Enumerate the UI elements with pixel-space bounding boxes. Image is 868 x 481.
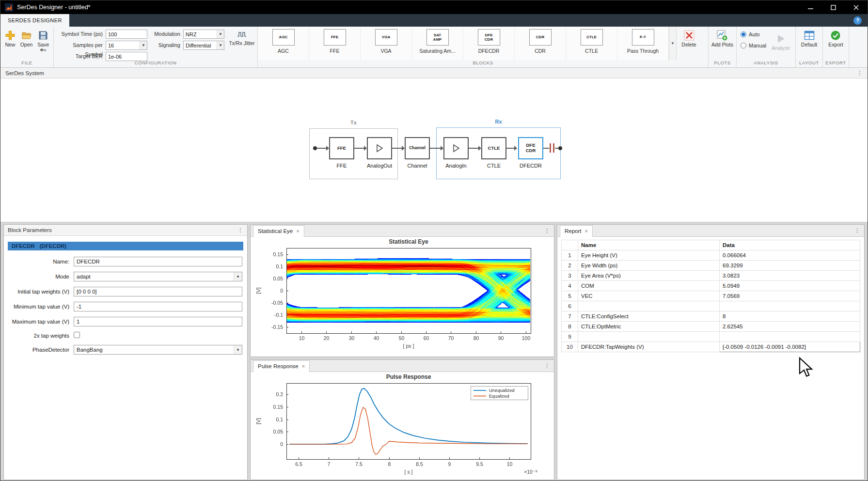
wire (430, 148, 441, 149)
report-data-cell[interactable]: 0.066064 (720, 250, 860, 261)
chevron-down-icon[interactable]: ▼ (140, 41, 147, 49)
gallery-item-dfecdr[interactable]: DFE CDR DFECDR (463, 27, 515, 60)
close-icon[interactable] (845, 0, 868, 14)
delete-button[interactable]: Delete (677, 27, 701, 48)
add-plots-icon (717, 30, 727, 41)
name-row: Name: (8, 257, 243, 266)
tab-pulse-response[interactable]: Pulse Response × (253, 360, 310, 372)
gallery-item-agc[interactable]: AGC AGC (258, 27, 309, 60)
gallery-item-cdr[interactable]: CDR CDR (515, 27, 566, 60)
tx-rx-jitter-button[interactable]: Tx/Rx Jitter (227, 30, 256, 47)
help-icon[interactable]: ? (853, 16, 862, 25)
blocks-section-label: BLOCKS (258, 60, 708, 67)
initial-tap-weights-input[interactable] (74, 287, 242, 296)
tab-serdes-designer[interactable]: SERDES DESIGNER (0, 14, 69, 27)
report-name-cell[interactable]: CTLE:OptMetric (578, 322, 720, 332)
new-plus-icon (5, 30, 16, 41)
diagram-block-dfecdr-selected[interactable]: DFE CDR (518, 137, 543, 159)
report-data-cell[interactable]: 3.0823 (720, 271, 860, 281)
gallery-item-ffe[interactable]: FFE FFE (309, 27, 361, 60)
diagram-block-ffe[interactable]: FFE (329, 137, 354, 159)
eye-probe-icon[interactable] (550, 143, 554, 153)
report-data-cell[interactable] (720, 332, 860, 342)
report-data-cell[interactable] (720, 301, 860, 311)
chevron-down-icon[interactable]: ▼ (217, 30, 224, 38)
report-data-cell[interactable]: 8 (720, 311, 860, 322)
diagram-block-channel[interactable]: Channel (405, 137, 430, 159)
symbol-time-input[interactable] (106, 30, 147, 39)
gallery-expand-icon[interactable]: ▼ (669, 27, 676, 60)
diagram-block-analogout[interactable] (367, 137, 392, 159)
manual-radio-label: Manual (749, 43, 766, 48)
panel-menu-icon[interactable]: ⋮ (857, 70, 863, 76)
name-input[interactable] (74, 257, 242, 266)
phase-detector-combo[interactable]: BangBang ▼ (74, 345, 242, 355)
export-section-label: EXPORT (823, 60, 849, 67)
report-data-cell[interactable]: 5.0949 (720, 281, 860, 291)
rx-group-label: Rx (436, 119, 561, 124)
gallery-item-vga[interactable]: VGA VGA (361, 27, 412, 60)
report-name-cell[interactable]: Eye Width (ps) (578, 261, 720, 271)
report-name-cell[interactable] (578, 301, 720, 311)
mode-combo[interactable]: adapt ▼ (74, 272, 242, 281)
auto-radio[interactable] (741, 31, 746, 37)
panel-menu-icon[interactable]: ⋮ (544, 227, 554, 234)
phase-detector-row: PhaseDetector BangBang ▼ (8, 345, 243, 355)
report-name-cell[interactable]: VEC (578, 291, 720, 301)
chevron-down-icon[interactable]: ▼ (217, 41, 224, 49)
save-button[interactable]: Save �fe (37, 27, 49, 60)
add-plots-button[interactable]: Add Plots (711, 27, 733, 60)
statistical-eye-plot-title: Statistical Eye (286, 238, 531, 245)
report-name-cell[interactable]: CTLE:ConfigSelect (578, 311, 720, 322)
default-layout-button[interactable]: Default (801, 27, 817, 60)
tap-weights-2x-checkbox[interactable] (74, 332, 80, 338)
chevron-down-icon[interactable]: ▼ (234, 272, 242, 281)
report-name-cell[interactable]: DFECDR:TapWeights (V) (578, 342, 720, 352)
close-tab-icon[interactable]: × (296, 228, 299, 234)
gallery-item-label: FFE (330, 48, 340, 54)
gallery-item-saturating-amplifier[interactable]: SAT AMP Saturating Am... (412, 27, 463, 60)
app-window: SerDes Designer - untitled* SERDES DESIG… (0, 0, 868, 481)
diagram-block-ctle[interactable]: CTLE (481, 137, 506, 159)
report-data-cell[interactable]: 69.3299 (720, 261, 860, 271)
report-name-cell[interactable]: COM (578, 281, 720, 291)
gallery-item-ctle[interactable]: CTLE CTLE (566, 27, 617, 60)
manual-radio[interactable] (741, 43, 746, 48)
tap-weights-2x-label: 2x tap weights (8, 333, 74, 339)
export-button[interactable]: Export (828, 27, 843, 60)
row-number: 2 (562, 261, 578, 271)
analyze-button-label: Analyze (772, 46, 789, 51)
configuration-section-label: CONFIGURATION (54, 60, 257, 67)
maximum-tap-value-input[interactable] (74, 317, 242, 326)
open-button[interactable]: Open (20, 27, 33, 60)
report-data-cell-selected[interactable]: [-0.0509 -0.0126 -0.0091 -0.0082] (720, 342, 860, 352)
report-name-cell[interactable] (578, 332, 720, 342)
report-data-cell[interactable]: 7.0569 (720, 291, 860, 301)
report-name-cell[interactable]: Eye Height (V) (578, 250, 720, 261)
diagram-block-analogin[interactable] (443, 137, 469, 159)
new-button[interactable]: New (5, 27, 16, 60)
signaling-combo[interactable]: Differential ▼ (183, 41, 224, 50)
plots-column: Statistical Eye × ⋮ Statistical Eye Puls… (250, 224, 554, 480)
report-name-cell[interactable]: Eye Area (V*ps) (578, 271, 720, 281)
analyze-button[interactable]: Analyze (769, 30, 793, 51)
minimum-tap-value-input[interactable] (74, 302, 242, 311)
maximize-icon[interactable] (822, 0, 845, 14)
matlab-app-icon (5, 3, 13, 12)
target-ber-input[interactable] (106, 52, 147, 61)
panel-menu-icon[interactable]: ⋮ (544, 362, 554, 369)
tab-statistical-eye[interactable]: Statistical Eye × (253, 225, 304, 237)
chevron-down-icon[interactable]: ▼ (234, 345, 242, 354)
samples-per-symbol-combo[interactable]: 16 ▼ (106, 41, 147, 50)
save-dropdown-icon[interactable]: �fe (40, 48, 47, 52)
report-data-cell[interactable]: 2.62545 (720, 322, 860, 332)
panel-menu-icon[interactable]: ⋮ (854, 227, 864, 234)
tab-report[interactable]: Report × (560, 225, 593, 237)
modulation-combo[interactable]: NRZ ▼ (183, 30, 224, 39)
close-tab-icon[interactable]: × (302, 363, 305, 369)
minimize-icon[interactable] (799, 0, 822, 14)
panel-menu-icon[interactable]: ⋮ (237, 227, 243, 233)
gallery-item-pass-through[interactable]: P-T Pass Through (617, 27, 669, 60)
close-tab-icon[interactable]: × (585, 228, 588, 234)
serdes-system-title: SerDes System (5, 70, 44, 76)
